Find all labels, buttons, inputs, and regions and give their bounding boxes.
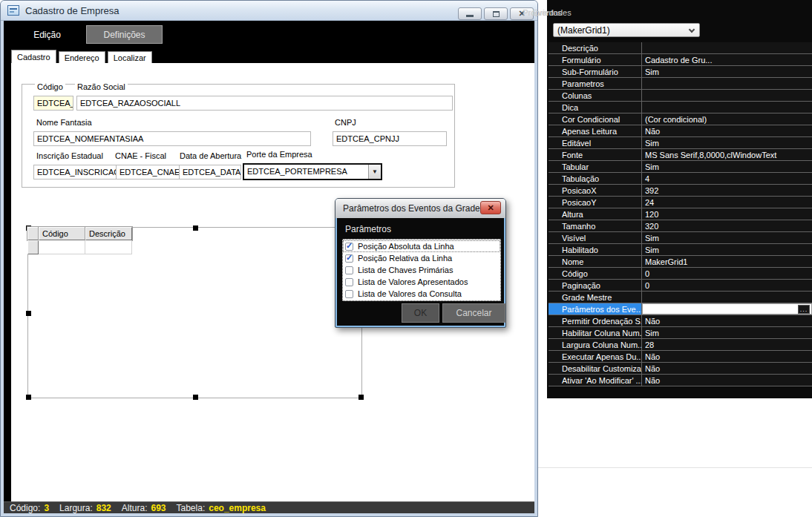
property-value-cell[interactable]: ... [642,102,812,113]
property-name-cell[interactable]: Grade Mestre [549,292,642,303]
ellipsis-button[interactable]: ... [798,305,810,314]
selection-handle-s[interactable] [193,395,198,400]
property-row[interactable]: Formulário Cadastro de Gru... ... [549,54,812,66]
property-value-cell[interactable]: Não ... [642,315,812,326]
property-name-cell[interactable]: Fonte [549,149,642,160]
checkbox-icon[interactable] [345,266,353,274]
property-value-cell[interactable]: MakerGrid1 ... [642,256,812,267]
input-inscricao-estadual[interactable]: EDTCEA_INSCRICAOESTA [33,165,122,180]
property-row[interactable]: PosicaoX 392 ... [549,185,812,197]
grid-cell[interactable] [39,240,85,254]
property-value-cell[interactable]: ... [642,90,812,101]
property-value-cell[interactable]: ... [642,78,812,89]
property-name-cell[interactable]: Dica [549,102,642,113]
property-value-cell[interactable]: Sim ... [642,161,812,172]
property-row[interactable]: Ativar 'Ao Modificar' ... Não ... [549,375,812,386]
property-row[interactable]: Colunas ... [549,90,812,102]
component-selector-combo[interactable]: (MakerGrid1) [553,23,700,37]
property-value-cell[interactable]: 120 ... [642,208,812,220]
property-row[interactable]: Tamanho 320 ... [549,220,812,232]
parameter-option[interactable]: Lista de Valores da Consulta [343,288,500,300]
property-value-cell[interactable]: Sim ... [642,66,812,77]
property-name-cell[interactable]: Desabilitar Customiza... [549,363,642,374]
property-row[interactable]: Sub-Formulário Sim ... [549,66,812,78]
window-titlebar[interactable]: Cadastro de Empresa ✕ [1,1,537,21]
selection-handle-se[interactable] [358,395,364,400]
property-row[interactable]: Descrição ... [549,42,812,54]
parameter-option[interactable]: Posição Relativa da Linha [343,252,500,264]
property-row[interactable]: Fonte MS Sans Serif,8,0000,clWindowText … [549,149,812,161]
property-name-cell[interactable]: Sub-Formulário [549,66,642,77]
property-value-cell[interactable]: (Cor condicional) ... [642,113,812,125]
property-row[interactable]: Largura Coluna Num... 28 ... [549,339,812,351]
input-cnpj[interactable]: EDTCEA_CPNJJ [333,131,447,146]
property-value-cell[interactable]: 24 ... [642,197,812,208]
property-name-cell[interactable]: PosicaoX [549,185,642,196]
input-nome-fantasia[interactable]: EDTCEA_NOMEFANTASIAA [33,131,311,146]
selection-handle-sw[interactable] [26,395,31,400]
property-row[interactable]: Executar Apenas Du... Não ... [549,351,812,363]
cancel-button[interactable]: Cancelar [442,303,505,323]
property-name-cell[interactable]: Tabulação [549,173,642,184]
property-value-cell[interactable]: ... [642,292,812,303]
property-row[interactable]: Tabular Sim ... [549,161,812,173]
property-name-cell[interactable]: Largura Coluna Num... [549,339,642,350]
property-name-cell[interactable]: Ativar 'Ao Modificar' ... [549,375,642,386]
property-name-cell[interactable]: Nome [549,256,642,267]
grid-column-header[interactable]: Código [39,227,85,240]
selection-handle-w[interactable] [26,311,31,316]
checkbox-icon[interactable] [345,278,353,286]
property-row[interactable]: Dica ... [549,102,812,113]
property-row[interactable]: Tabulação 4 ... [549,173,812,185]
property-name-cell[interactable]: Parâmetros dos Eve... [549,303,642,315]
property-name-cell[interactable]: Altura [549,208,642,220]
minimize-button[interactable] [458,7,482,20]
property-name-cell[interactable]: Descrição [549,42,642,53]
parameter-option[interactable]: Lista de Valores Apresentados [343,276,500,288]
property-name-cell[interactable]: Código [549,268,642,279]
property-value-cell[interactable]: Não ... [642,363,812,374]
property-value-cell[interactable]: 0 ... [642,280,812,291]
property-name-cell[interactable]: Editável [549,137,642,148]
property-row[interactable]: Nome MakerGrid1 ... [549,256,812,268]
property-row[interactable]: Permitir Ordenação S... Não ... [549,315,812,327]
property-name-cell[interactable]: Parametros [549,78,642,89]
property-value-cell[interactable]: Sim ... [642,137,812,148]
property-value-cell[interactable]: 28 ... [642,339,812,350]
property-row[interactable]: Habilitar Coluna Num... Sim ... [549,327,812,339]
grid-row-selector[interactable] [27,240,39,254]
property-value-cell[interactable]: 0 ... [642,268,812,279]
input-data-abertura[interactable]: EDTCEA_DATAABE [179,165,241,180]
grid-column-header[interactable]: Descrição [85,227,132,240]
page-tab[interactable]: Localizar [108,51,152,63]
property-value-cell[interactable]: Não ... [642,375,812,386]
property-value-cell[interactable]: Cadastro de Gru... ... [642,54,812,65]
dialog-close-button[interactable]: ✕ [480,201,501,214]
property-row[interactable]: Cor Condicional (Cor condicional) ... [549,113,812,125]
property-name-cell[interactable]: Visível [549,232,642,243]
property-row[interactable]: Parametros ... [549,78,812,90]
selection-handle-n[interactable] [193,225,198,231]
property-name-cell[interactable]: Habilitado [549,244,642,255]
property-row[interactable]: Altura 120 ... [549,208,812,220]
parameter-option[interactable]: Posição Absoluta da Linha [343,240,500,252]
checkbox-icon[interactable] [345,254,353,263]
property-name-cell[interactable]: Apenas Leitura [549,125,642,136]
property-name-cell[interactable]: Tabular [549,161,642,172]
combo-dropdown-button[interactable]: ▼ [368,165,381,179]
menu-button-edicao[interactable]: Edição [8,25,86,44]
checkbox-icon[interactable] [345,243,353,251]
property-name-cell[interactable]: Formulário [549,54,642,65]
property-row[interactable]: Desabilitar Customiza... Não ... [549,363,812,375]
combo-porte-empresa[interactable]: EDTCEA_PORTEMPRESA ▼ [243,163,382,180]
property-row[interactable]: Habilitado Sim ... [549,244,812,256]
page-tab[interactable]: Cadastro [11,50,56,63]
property-name-cell[interactable]: Colunas [549,90,642,101]
parameter-option[interactable]: Lista de Chaves Primárias [343,264,500,276]
property-value-cell[interactable]: 392 ... [642,185,812,196]
property-name-cell[interactable]: PosicaoY [549,197,642,208]
property-row[interactable]: Visível Sim ... [549,232,812,244]
input-codigo[interactable]: EDTCEA_C [33,96,73,111]
ok-button[interactable]: OK [402,303,439,323]
property-name-cell[interactable]: Permitir Ordenação S... [549,315,642,326]
